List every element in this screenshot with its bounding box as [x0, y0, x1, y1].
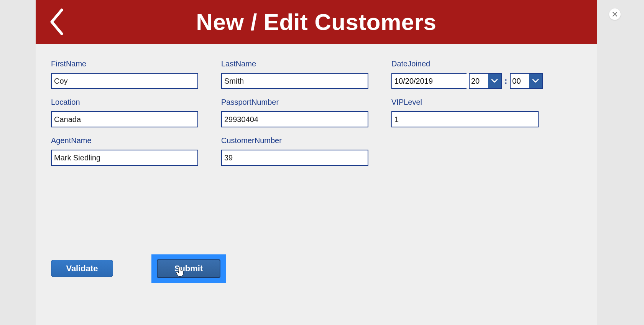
input-datejoined-hour[interactable]: [470, 74, 488, 88]
input-datejoined-minute[interactable]: [511, 74, 529, 88]
close-button[interactable]: [609, 8, 621, 20]
label-datejoined: DateJoined: [391, 59, 543, 68]
dialog-window: New / Edit Customers FirstName LastName …: [36, 0, 597, 325]
back-button[interactable]: [47, 7, 66, 37]
label-viplevel: VIPLevel: [391, 98, 539, 107]
label-location: Location: [51, 98, 198, 107]
submit-highlight: Submit: [151, 254, 226, 283]
label-passportnumber: PassportNumber: [221, 98, 368, 107]
field-customernumber: CustomerNumber: [221, 136, 368, 166]
input-agentname[interactable]: [51, 150, 198, 166]
dialog-title: New / Edit Customers: [36, 9, 597, 35]
label-lastname: LastName: [221, 59, 368, 68]
input-passportnumber[interactable]: [221, 111, 368, 127]
dialog-header: New / Edit Customers: [36, 0, 597, 44]
chevron-down-icon: [491, 79, 498, 83]
form-area: FirstName LastName DateJoined: [36, 44, 597, 325]
submit-button[interactable]: Submit: [157, 259, 220, 278]
date-picker: [391, 73, 467, 89]
field-passportnumber: PassportNumber: [221, 98, 368, 127]
input-viplevel[interactable]: [391, 111, 539, 127]
hour-dropdown: [469, 73, 502, 89]
field-agentname: AgentName: [51, 136, 198, 166]
label-agentname: AgentName: [51, 136, 198, 145]
input-firstname[interactable]: [51, 73, 198, 89]
close-icon: [612, 12, 618, 17]
minute-dropdown-button[interactable]: [529, 74, 542, 88]
chevron-down-icon: [532, 79, 539, 83]
field-firstname: FirstName: [51, 59, 198, 89]
input-customernumber[interactable]: [221, 150, 368, 166]
chevron-left-icon: [49, 8, 64, 36]
time-separator: :: [504, 76, 508, 86]
input-location[interactable]: [51, 111, 198, 127]
field-datejoined: DateJoined: [391, 59, 543, 89]
validate-button[interactable]: Validate: [51, 260, 113, 277]
field-viplevel: VIPLevel: [391, 98, 539, 127]
input-lastname[interactable]: [221, 73, 368, 89]
label-customernumber: CustomerNumber: [221, 136, 368, 145]
field-lastname: LastName: [221, 59, 368, 89]
minute-dropdown: [510, 73, 543, 89]
field-location: Location: [51, 98, 198, 127]
hour-dropdown-button[interactable]: [488, 74, 501, 88]
label-firstname: FirstName: [51, 59, 198, 68]
